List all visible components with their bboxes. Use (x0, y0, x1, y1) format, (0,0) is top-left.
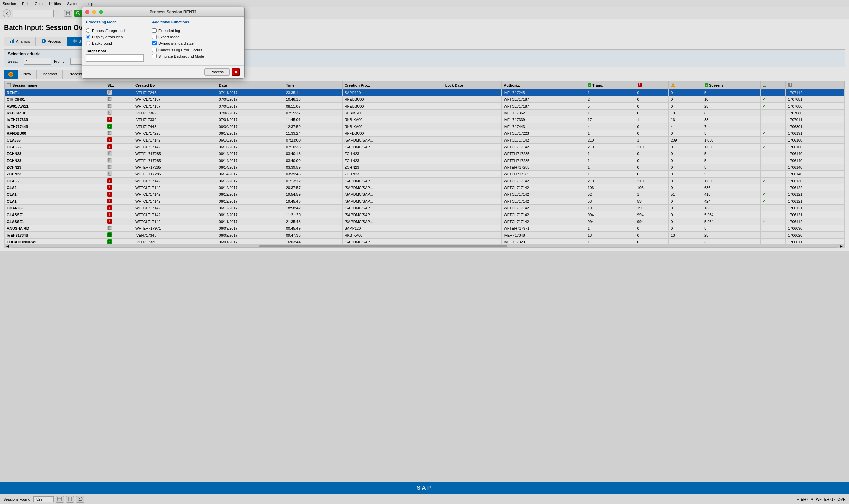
modal-body: Processing Mode Process/foreground Displ… (82, 17, 244, 65)
chk-dynpro-std-label: Dynpro standard size (158, 41, 194, 46)
radio-display-errors[interactable]: Display errors only (86, 35, 144, 39)
processing-mode-panel: Processing Mode Process/foreground Displ… (82, 17, 148, 65)
chk-expert-mode[interactable]: Expert mode (152, 35, 240, 39)
chk-extended-log-label: Extended log (158, 29, 180, 33)
chk-expert-mode-label: Expert mode (158, 35, 179, 39)
radio-background[interactable]: Background (86, 41, 144, 46)
radio-foreground[interactable]: Process/foreground (86, 28, 144, 33)
modal-titlebar: Process Session RENT1 (82, 7, 244, 17)
processing-mode-title: Processing Mode (86, 20, 144, 25)
radio-foreground-label: Process/foreground (92, 29, 125, 33)
modal-close-button[interactable]: ✕ (232, 68, 240, 76)
window-minimize-button[interactable] (92, 10, 96, 14)
chk-dynpro-std[interactable]: Dynpro standard size (152, 41, 240, 46)
radio-background-input[interactable] (86, 41, 90, 46)
radio-background-label: Background (92, 41, 112, 46)
target-host-input[interactable] (86, 54, 144, 62)
chk-dynpro-std-input[interactable] (152, 41, 157, 46)
process-button[interactable]: Process (205, 68, 230, 76)
additional-functions-title: Additional Functions (152, 20, 240, 25)
additional-functions-panel: Additional Functions Extended log Expert… (148, 17, 244, 65)
chk-extended-log[interactable]: Extended log (152, 28, 240, 33)
window-maximize-button[interactable] (99, 10, 103, 14)
chk-cancel-log-error[interactable]: Cancel if Log Error Occurs (152, 48, 240, 52)
modal-overlay: Process Session RENT1 Processing Mode Pr… (0, 0, 849, 504)
process-session-modal: Process Session RENT1 Processing Mode Pr… (82, 7, 245, 79)
window-close-button[interactable] (85, 10, 89, 14)
chk-simulate-bg-label: Simulate Background Mode (158, 54, 204, 58)
radio-display-errors-input[interactable] (86, 35, 90, 39)
chk-cancel-log-error-label: Cancel if Log Error Occurs (158, 48, 202, 52)
chk-simulate-bg-input[interactable] (152, 54, 157, 58)
radio-foreground-input[interactable] (86, 28, 90, 33)
modal-footer: Process ✕ (82, 65, 244, 78)
processing-mode-options: Process/foreground Display errors only B… (86, 28, 144, 46)
radio-display-errors-label: Display errors only (92, 35, 123, 39)
chk-expert-mode-input[interactable] (152, 35, 157, 39)
target-host-label: Target host (86, 49, 144, 53)
chk-extended-log-input[interactable] (152, 28, 157, 33)
chk-simulate-bg[interactable]: Simulate Background Mode (152, 54, 240, 58)
chk-cancel-log-error-input[interactable] (152, 48, 157, 52)
additional-functions-options: Extended log Expert mode Dynpro standard… (152, 28, 240, 58)
modal-title: Process Session RENT1 (106, 10, 241, 14)
